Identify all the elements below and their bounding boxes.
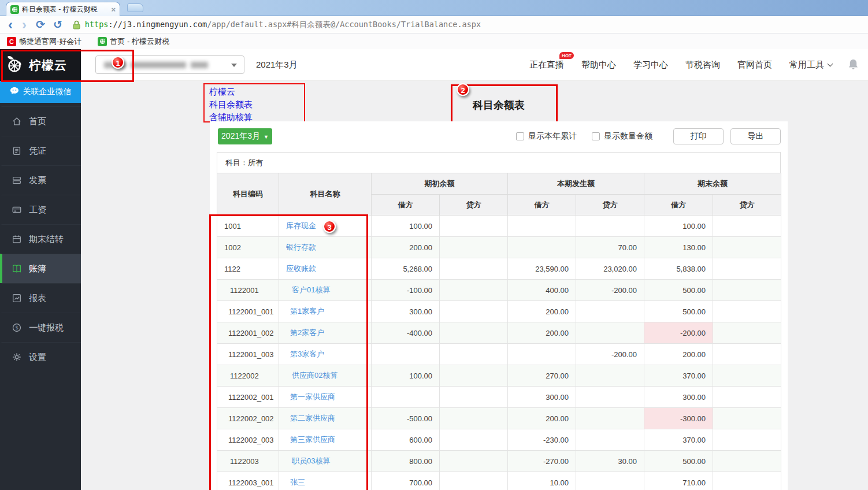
amount-cell: -270.00 bbox=[508, 451, 576, 472]
lemon-favicon-icon bbox=[98, 37, 107, 46]
account-name-link[interactable]: 第三家供应商 bbox=[290, 435, 335, 444]
sidebar-item-books[interactable]: 账簿 bbox=[0, 254, 81, 283]
bell-icon[interactable] bbox=[848, 58, 859, 73]
account-name-link[interactable]: 银行存款 bbox=[286, 243, 316, 251]
amount-cell bbox=[508, 216, 576, 237]
account-name-link[interactable]: 供应商02核算 bbox=[292, 371, 337, 380]
account-code-cell: 1002 bbox=[217, 237, 279, 258]
account-name-link[interactable]: 第2家客户 bbox=[290, 328, 324, 337]
account-code-cell: 1122003 bbox=[217, 451, 279, 472]
amount-cell: 100.00 bbox=[644, 216, 713, 237]
amount-cell: -200.00 bbox=[576, 280, 644, 301]
amount-cell: 500.00 bbox=[644, 451, 713, 472]
account-name-link[interactable]: 职员03核算 bbox=[292, 456, 330, 465]
header-link-3[interactable]: 节税咨询 bbox=[685, 60, 720, 70]
app-header: 2021年3月 正在直播HOT帮助中心学习中心节税咨询官网首页常用工具 bbox=[81, 49, 868, 81]
url-field[interactable]: https://j3.ningmengyun.com/app/default.a… bbox=[85, 20, 481, 30]
header-link-2[interactable]: 学习中心 bbox=[633, 60, 668, 70]
amount-cell bbox=[713, 216, 781, 237]
sidebar-item-label: 发票 bbox=[29, 175, 46, 186]
report-panel: 2021年3月▼ 显示本年累计显示数量金额 打印 导出 科目：所有 科目编码 科… bbox=[210, 121, 788, 490]
annotation-note-box: 柠檬云 科目余额表 含辅助核算 bbox=[203, 83, 305, 122]
col-header-name: 科目名称 bbox=[279, 173, 372, 216]
table-row: 1122001客户01核算-100.00400.00-200.00500.00 bbox=[217, 280, 781, 301]
checkbox[interactable] bbox=[592, 132, 600, 140]
sidebar-item-voucher[interactable]: 凭证 bbox=[0, 136, 81, 165]
amount-cell bbox=[713, 301, 781, 322]
bookmark-ningmengyun-home[interactable]: 首页 - 柠檬云财税 bbox=[98, 36, 169, 47]
account-name-link[interactable]: 张三 bbox=[290, 478, 305, 487]
sidebar-item-tax[interactable]: $一键报税 bbox=[0, 313, 81, 342]
sidebar-item-home[interactable]: 首页 bbox=[0, 106, 81, 136]
amount-cell: 200.00 bbox=[644, 344, 713, 365]
amount-cell bbox=[713, 237, 781, 258]
account-name-link[interactable]: 客户01核算 bbox=[292, 285, 330, 294]
sidebar-item-settings[interactable]: 设置 bbox=[0, 342, 81, 372]
export-button[interactable]: 导出 bbox=[730, 128, 781, 144]
link-wechat-button[interactable]: 关联企业微信 bbox=[0, 81, 81, 103]
amount-cell: -500.00 bbox=[372, 408, 440, 429]
gear-icon bbox=[12, 352, 22, 362]
account-name-link[interactable]: 库存现金 bbox=[286, 221, 316, 230]
account-name-link[interactable]: 第3家客户 bbox=[290, 350, 324, 358]
undo-icon[interactable]: ↺ bbox=[53, 18, 62, 31]
account-code-cell: 1122002_002 bbox=[217, 408, 279, 429]
col-sub-header: 贷方 bbox=[713, 195, 781, 216]
amount-cell bbox=[713, 344, 781, 365]
header-link-0[interactable]: 正在直播HOT bbox=[529, 60, 564, 70]
amount-cell bbox=[440, 216, 508, 237]
header-link-1[interactable]: 帮助中心 bbox=[581, 60, 616, 70]
amount-cell: 300.00 bbox=[644, 387, 713, 408]
new-tab-button[interactable] bbox=[127, 3, 143, 12]
amount-cell: 200.00 bbox=[372, 237, 440, 258]
col-sub-header: 借方 bbox=[508, 195, 576, 216]
page-title: 科目余额表 bbox=[473, 98, 525, 112]
company-select[interactable] bbox=[95, 55, 244, 74]
amount-cell: 5,268.00 bbox=[372, 258, 440, 280]
current-period-label: 2021年3月 bbox=[256, 60, 298, 70]
bookmark-changjietong[interactable]: C 畅捷通官网-好会计 bbox=[7, 36, 81, 47]
back-icon[interactable]: ‹ bbox=[8, 17, 13, 32]
amount-cell bbox=[576, 216, 644, 237]
sidebar-item-salary[interactable]: 工资 bbox=[0, 195, 81, 224]
amount-cell: 710.00 bbox=[644, 472, 713, 490]
amount-cell bbox=[576, 472, 644, 490]
checkbox-label: 显示数量金额 bbox=[604, 131, 652, 142]
tab-close-icon[interactable]: × bbox=[111, 5, 116, 14]
refresh-icon[interactable]: ⟳ bbox=[36, 18, 45, 31]
account-name-cell: 客户01核算 bbox=[279, 280, 372, 301]
url-path: /app/default.aspx#科目余额表@/AccountBooks/Tr… bbox=[207, 20, 481, 29]
wechat-chat-icon bbox=[10, 87, 20, 97]
app-logo[interactable]: 柠檬云 bbox=[0, 49, 81, 81]
lemon-favicon-icon bbox=[10, 5, 19, 14]
forward-icon[interactable]: › bbox=[22, 17, 27, 32]
account-name-link[interactable]: 第二家供应商 bbox=[290, 414, 335, 422]
header-link-5[interactable]: 常用工具 bbox=[789, 60, 832, 70]
sidebar-item-carryover[interactable]: 期末结转 bbox=[0, 224, 81, 254]
amount-cell: 10.00 bbox=[508, 472, 576, 490]
amount-cell: 23,590.00 bbox=[508, 258, 576, 280]
account-name-link[interactable]: 第一家供应商 bbox=[290, 392, 335, 401]
annotation-badge-2: 2 bbox=[457, 83, 469, 96]
account-name-link[interactable]: 应收账款 bbox=[286, 264, 316, 273]
ledger-book-icon bbox=[12, 263, 22, 274]
amount-cell bbox=[576, 429, 644, 451]
period-select-button[interactable]: 2021年3月▼ bbox=[218, 128, 272, 144]
amount-cell bbox=[440, 365, 508, 387]
print-button[interactable]: 打印 bbox=[673, 128, 724, 144]
amount-cell: 400.00 bbox=[508, 280, 576, 301]
account-name-cell: 张三 bbox=[279, 472, 372, 490]
sidebar-item-report[interactable]: 报表 bbox=[0, 283, 81, 313]
trial-balance-table: 科目编码 科目名称 期初余额本期发生额期末余额 借方贷方借方贷方借方贷方 100… bbox=[217, 173, 781, 490]
account-name-link[interactable]: 第1家客户 bbox=[290, 307, 324, 315]
account-name-cell: 第3家客户 bbox=[279, 344, 372, 365]
browser-tab[interactable]: 科目余额表 - 柠檬云财税 × bbox=[6, 2, 120, 16]
amount-cell bbox=[576, 365, 644, 387]
account-code-cell: 1122003_001 bbox=[217, 472, 279, 490]
col-header-code: 科目编码 bbox=[217, 173, 279, 216]
table-row: 1001库存现金100.00100.00 bbox=[217, 216, 781, 237]
amount-cell bbox=[713, 408, 781, 429]
checkbox[interactable] bbox=[516, 132, 524, 140]
header-link-4[interactable]: 官网首页 bbox=[737, 60, 772, 70]
sidebar-item-invoice[interactable]: 发票 bbox=[0, 165, 81, 195]
